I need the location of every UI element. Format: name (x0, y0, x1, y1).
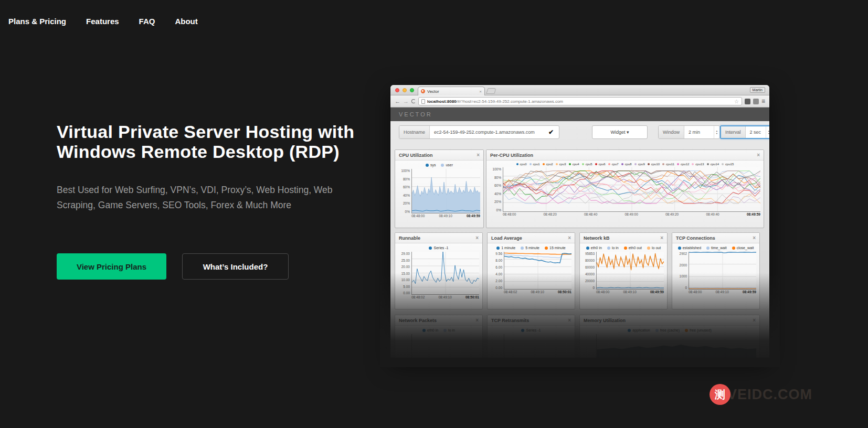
legend-item: sys (426, 163, 436, 167)
chart-plot (504, 252, 571, 290)
window-controls (395, 88, 414, 92)
tab-close-icon[interactable]: × (479, 89, 482, 94)
url-field[interactable]: localhost:8080/#/?host=ec2-54-159-49-252… (418, 97, 742, 105)
nav-link[interactable]: Plans & Pricing (8, 17, 66, 26)
close-icon[interactable]: × (660, 235, 663, 241)
view-pricing-button[interactable]: View Pricing Plans (57, 253, 166, 280)
new-tab-button[interactable] (486, 88, 496, 94)
forward-icon[interactable]: → (403, 99, 409, 104)
close-icon[interactable]: × (477, 152, 480, 158)
close-icon[interactable]: × (475, 317, 479, 323)
legend-item: eth0 in (586, 246, 602, 250)
y-tick: 20000 (585, 279, 595, 283)
zoom-window-icon[interactable] (410, 88, 414, 92)
legend-dot-icon (443, 329, 447, 332)
close-icon[interactable]: × (757, 152, 760, 158)
legend-item: application (628, 328, 650, 332)
legend-item: free (unused) (685, 328, 712, 332)
legend-dot-icon (722, 163, 724, 165)
chart-plot (411, 169, 480, 213)
whats-included-button[interactable]: What’s Included? (182, 253, 289, 280)
minimize-window-icon[interactable] (403, 88, 407, 92)
legend-item: 15 minute (545, 246, 566, 250)
interval-spinner-icon[interactable]: ▴▾ (766, 126, 769, 138)
bookmark-star-icon[interactable]: ☆ (734, 99, 739, 104)
x-tick: 08:49:59 (747, 212, 760, 216)
y-tick: 80% (494, 176, 501, 179)
panel-tcp-retransmits: TCP Retransmits× Series -1 (487, 315, 575, 358)
extension-icon[interactable] (745, 99, 750, 104)
close-icon[interactable]: × (568, 235, 571, 241)
close-icon[interactable]: × (568, 317, 571, 323)
y-tick: 40% (494, 192, 501, 196)
x-axis: 08:48:0208:49:1008:50:01 (504, 290, 571, 294)
legend-item: cpu2 (543, 163, 553, 166)
y-tick: 60% (403, 185, 410, 189)
y-tick: 9.56 (495, 252, 502, 255)
reload-icon[interactable] (411, 99, 416, 103)
legend-item: cpu1 (530, 163, 540, 166)
window-spinner-icon[interactable]: ▴▾ (714, 126, 719, 138)
legend-item: eth0 in (422, 328, 438, 332)
nav-link[interactable]: About (175, 17, 197, 26)
widget-dropdown[interactable]: Widget ▾ (592, 125, 648, 139)
legend-item: cpu0 (516, 163, 527, 166)
x-tick: 08:49:59 (743, 290, 756, 294)
nav-link[interactable]: FAQ (139, 17, 155, 26)
back-icon[interactable]: ← (395, 99, 400, 104)
x-tick: 08:48:00 (689, 290, 702, 294)
close-icon[interactable]: × (753, 235, 756, 241)
x-axis: 08:48:0008:48:2008:48:4008:49:0008:49:20… (503, 212, 760, 216)
legend-item: lo out (647, 246, 661, 250)
legend-item: user (441, 163, 453, 167)
interval-label: Interval (721, 126, 746, 138)
legend-item: cpu12 (677, 163, 689, 166)
x-tick: 08:49:59 (467, 214, 480, 218)
close-window-icon[interactable] (395, 88, 399, 92)
browser-tab[interactable]: Vector × (418, 87, 485, 95)
top-nav: Plans & PricingFeaturesFAQAbout (8, 17, 198, 26)
window-select[interactable]: 2 min (684, 126, 714, 138)
extension2-icon[interactable] (753, 99, 759, 104)
y-tick: 29.00 (401, 252, 410, 255)
y-tick: 40000 (585, 272, 595, 276)
hostname-group: Hostname ec2-54-159-49-252.compute-1.ama… (399, 125, 559, 139)
y-axis (397, 334, 411, 358)
panel-network-packets: Network Packets× eth0 inlo in (395, 315, 483, 358)
legend-dot-icon (521, 329, 524, 332)
chart-plot (503, 167, 760, 212)
legend-item: cpu4 (569, 163, 579, 166)
y-axis (582, 334, 596, 358)
y-axis (490, 334, 504, 358)
y-tick: 15.00 (401, 272, 410, 275)
legend-dot-icon (556, 163, 558, 165)
y-tick: 0.00 (403, 291, 410, 295)
legend-dot-icon (530, 163, 532, 165)
dashboard-toolbar: Hostname ec2-54-159-49-252.compute-1.ama… (399, 125, 764, 139)
legend-dot-icon (586, 247, 589, 250)
nav-link[interactable]: Features (86, 17, 119, 26)
page-title: Virtual Private Server Hosting with Wind… (57, 122, 358, 162)
legend-item: cpu9 (634, 163, 645, 166)
panel-runnable: Runnable× Series -1 29.0025.0020.0015.00… (395, 232, 483, 309)
y-tick: 4.00 (495, 272, 502, 276)
hostname-check-icon[interactable]: ✔ (543, 126, 559, 138)
interval-select[interactable]: 2 sec (746, 126, 766, 138)
legend-item: time_wait (706, 246, 727, 250)
legend-item: cpu15 (722, 163, 734, 166)
panel-title: Load Average (491, 236, 522, 241)
legend-item: cpu13 (692, 163, 704, 166)
x-tick: 08:49:40 (706, 212, 719, 216)
chart-plot (596, 252, 664, 290)
menu-icon[interactable]: ≡ (761, 98, 765, 104)
hostname-input[interactable]: ec2-54-159-49-252.compute-1.amazonaws.co… (430, 126, 543, 138)
chart-legend: establishedtime_waitclose_wait (672, 243, 759, 251)
browser-addressbar: ← → localhost:8080/#/?host=ec2-54-159-49… (390, 95, 769, 108)
y-tick: 1000 (680, 274, 687, 278)
close-icon[interactable]: × (753, 317, 756, 323)
close-icon[interactable]: × (475, 235, 479, 241)
profile-label[interactable]: Martin (750, 87, 765, 93)
chart-legend: eth0 inlo in (395, 326, 482, 333)
legend-dot-icon (707, 163, 709, 165)
panel-title: TCP Connections (676, 236, 715, 241)
